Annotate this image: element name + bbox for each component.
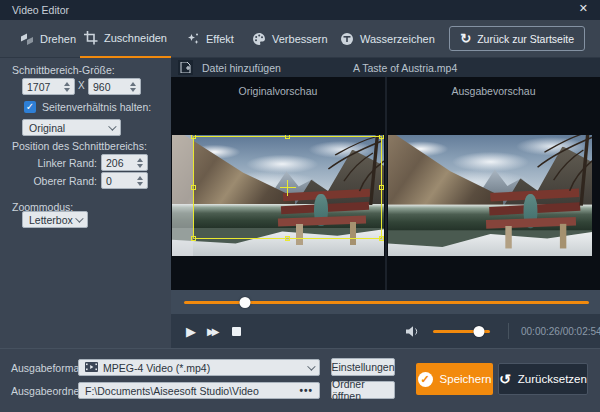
- video-editor-window: Video Editor ✕ Drehen Zuschneiden Effekt…: [0, 0, 600, 412]
- output-video-frame: [388, 135, 592, 256]
- crop-width-input[interactable]: 1707: [22, 78, 75, 95]
- browse-folder-button[interactable]: •••: [299, 385, 313, 396]
- output-format-label: Ausgabeformat:: [11, 362, 85, 374]
- original-video-frame[interactable]: [172, 135, 384, 256]
- tab-effect[interactable]: Effekt: [182, 20, 238, 58]
- tab-watermark[interactable]: Wasserzeichen: [336, 20, 439, 58]
- output-folder-label: Ausgabeordner:: [11, 385, 86, 397]
- palette-icon: [252, 32, 266, 46]
- volume-thumb[interactable]: [473, 326, 484, 337]
- crop-selection-box[interactable]: [193, 136, 382, 239]
- output-format-dropdown[interactable]: MPEG-4 Video (*.mp4): [78, 359, 320, 376]
- preview-area: Datei hinzufügen A Taste of Austria.mp4 …: [171, 58, 600, 348]
- play-button[interactable]: ▶: [186, 314, 196, 348]
- preview-panels: Originalvorschau: [171, 77, 600, 290]
- tab-label: Zuschneiden: [104, 32, 167, 44]
- rotate-icon: [20, 32, 34, 46]
- keep-aspect-ratio-row: ✓ Seitenverhältnis halten:: [24, 101, 151, 113]
- tab-enhance[interactable]: Verbessern: [248, 20, 332, 58]
- check-circle-icon: ✓: [418, 372, 433, 387]
- chevron-down-icon: [75, 214, 83, 222]
- controls-divider: [508, 323, 509, 339]
- back-button-label: Zurück zur Startseite: [477, 33, 574, 45]
- output-preview-panel: Ausgabevorschau: [387, 77, 600, 290]
- crop-center-crosshair-icon[interactable]: [280, 180, 296, 196]
- tab-crop[interactable]: Zuschneiden: [80, 20, 171, 58]
- spinner-arrows-icon[interactable]: [130, 82, 136, 92]
- redo-arrow-icon: ↻: [460, 32, 471, 45]
- spinner-arrows-icon[interactable]: [137, 176, 143, 186]
- seek-slider[interactable]: [184, 301, 589, 304]
- crop-handle[interactable]: [379, 185, 384, 190]
- output-format-value: MPEG-4 Video (*.mp4): [103, 362, 210, 374]
- crop-size-label: Schnittbereich-Größe:: [12, 64, 115, 76]
- left-margin-input[interactable]: 206: [101, 154, 148, 171]
- seek-thumb[interactable]: [239, 297, 250, 308]
- left-margin-value: 206: [106, 157, 124, 169]
- original-preview-label: Originalvorschau: [171, 85, 385, 97]
- title-bar: Video Editor ✕: [0, 0, 600, 20]
- tab-label: Drehen: [40, 33, 76, 45]
- reset-button-label: Zurücksetzen: [518, 373, 587, 385]
- back-to-home-button[interactable]: ↻ Zurück zur Startseite: [449, 26, 585, 51]
- crop-height-input[interactable]: 960: [88, 78, 141, 95]
- mountain-lake-photo: [388, 135, 592, 256]
- aspect-ratio-dropdown[interactable]: Original: [22, 119, 121, 136]
- tab-label: Verbessern: [272, 33, 328, 45]
- top-margin-value: 0: [106, 175, 112, 187]
- add-file-button[interactable]: Datei hinzufügen: [202, 62, 281, 74]
- crop-icon: [84, 31, 98, 45]
- chevron-down-icon: [307, 362, 315, 370]
- settings-button[interactable]: Einstellungen: [331, 358, 395, 376]
- crop-handle[interactable]: [379, 135, 384, 139]
- zoom-mode-value: Letterbox: [29, 214, 73, 226]
- tab-label: Wasserzeichen: [360, 33, 435, 45]
- tab-rotate[interactable]: Drehen: [16, 20, 80, 58]
- keep-aspect-checkbox[interactable]: ✓: [24, 101, 36, 113]
- time-display: 00:00:26/00:02:54: [521, 314, 600, 348]
- tab-bar: Drehen Zuschneiden Effekt Verbessern Was…: [0, 20, 600, 58]
- sparkles-icon: [186, 32, 200, 46]
- cropped-out-region: [172, 135, 193, 256]
- crop-width-value: 1707: [27, 81, 50, 93]
- output-folder-value: F:\Documents\Aiseesoft Studio\Video: [85, 385, 259, 397]
- output-settings-bar: Ausgabeformat: MPEG-4 Video (*.mp4) Eins…: [0, 348, 600, 412]
- crop-height-value: 960: [93, 81, 111, 93]
- output-preview-label: Ausgabevorschau: [387, 85, 600, 97]
- top-margin-input[interactable]: 0: [101, 172, 148, 189]
- crop-handle[interactable]: [285, 236, 290, 241]
- zoom-mode-dropdown[interactable]: Letterbox: [22, 211, 88, 228]
- open-folder-button[interactable]: Ordner öffnen: [331, 381, 395, 399]
- bare-tree: [504, 135, 592, 206]
- watermark-stamp-icon: [340, 32, 354, 46]
- volume-slider[interactable]: [433, 330, 490, 333]
- spinner-arrows-icon[interactable]: [64, 82, 70, 92]
- window-title: Video Editor: [12, 4, 69, 16]
- spinner-arrows-icon[interactable]: [137, 158, 143, 168]
- chevron-down-icon: [108, 122, 116, 130]
- top-margin-label: Oberer Rand:: [27, 175, 97, 187]
- playback-controls: ▶ ▶▶ 00:00:26/00:02:54: [171, 314, 600, 348]
- loaded-file-name: A Taste of Austria.mp4: [353, 62, 457, 74]
- add-file-icon[interactable]: [178, 60, 193, 75]
- dimension-separator: X: [78, 80, 85, 91]
- save-button[interactable]: ✓ Speichern: [416, 363, 493, 395]
- keep-aspect-label: Seitenverhältnis halten:: [42, 101, 151, 113]
- fast-forward-button[interactable]: ▶▶: [207, 314, 216, 348]
- crop-handle[interactable]: [191, 135, 196, 139]
- crop-handle[interactable]: [191, 236, 196, 241]
- undo-arrow-icon: ↺: [499, 372, 511, 386]
- crop-handle[interactable]: [379, 236, 384, 241]
- seek-bar-row: [171, 290, 600, 314]
- crop-handle[interactable]: [191, 185, 196, 190]
- crop-settings-sidebar: Schnittbereich-Größe: 1707 X 960 ✓ Seite…: [0, 58, 171, 348]
- stop-button[interactable]: [232, 314, 241, 348]
- file-bar: Datei hinzufügen A Taste of Austria.mp4: [171, 58, 600, 77]
- reset-button[interactable]: ↺ Zurücksetzen: [498, 363, 588, 395]
- output-folder-field[interactable]: F:\Documents\Aiseesoft Studio\Video •••: [78, 382, 320, 399]
- stop-icon: [232, 327, 241, 336]
- crop-handle[interactable]: [285, 135, 290, 139]
- close-icon[interactable]: ✕: [579, 2, 588, 15]
- left-margin-label: Linker Rand:: [27, 157, 97, 169]
- volume-icon[interactable]: [405, 314, 421, 348]
